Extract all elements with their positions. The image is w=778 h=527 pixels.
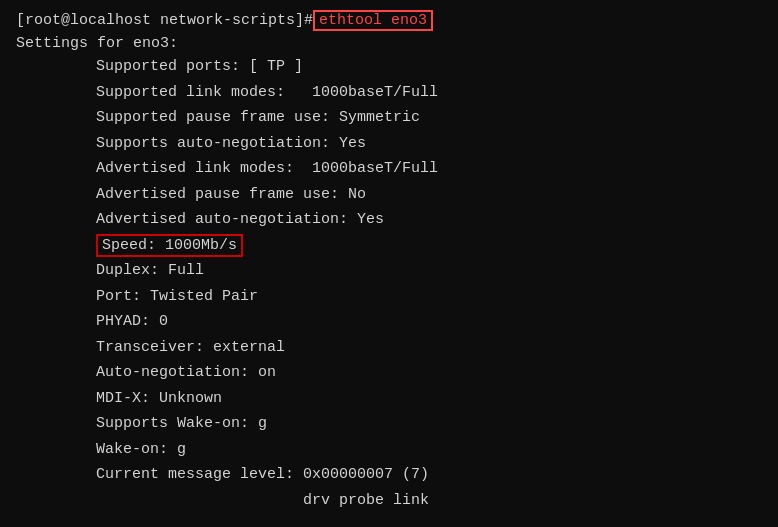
- supported-ports-line: Supported ports: [ TP ]: [16, 54, 762, 80]
- settings-header: Settings for eno3:: [16, 35, 762, 52]
- transceiver-line: Transceiver: external: [16, 335, 762, 361]
- advertised-autoneg-line: Advertised auto-negotiation: Yes: [16, 207, 762, 233]
- drv-probe-line: drv probe link: [16, 488, 762, 514]
- autoneg-line: Auto-negotiation: on: [16, 360, 762, 386]
- supported-pause-line: Supported pause frame use: Symmetric: [16, 105, 762, 131]
- duplex-line: Duplex: Full: [16, 258, 762, 284]
- empty-line: [16, 513, 762, 527]
- message-level-line: Current message level: 0x00000007 (7): [16, 462, 762, 488]
- prompt-text: [root@localhost network-scripts]#: [16, 12, 313, 29]
- command-highlight: ethtool eno3: [313, 10, 433, 31]
- speed-value: Speed: 1000Mb/s: [96, 234, 243, 257]
- speed-prefix: [16, 233, 96, 259]
- advertised-link-modes-line: Advertised link modes: 1000baseT/Full: [16, 156, 762, 182]
- terminal-window: [root@localhost network-scripts]# ethtoo…: [0, 0, 778, 527]
- supports-autoneg-line: Supports auto-negotiation: Yes: [16, 131, 762, 157]
- phyad-line: PHYAD: 0: [16, 309, 762, 335]
- wakeon-line: Wake-on: g: [16, 437, 762, 463]
- speed-line-wrapper: Speed: 1000Mb/s: [16, 233, 762, 259]
- supported-link-modes-line: Supported link modes: 1000baseT/Full: [16, 80, 762, 106]
- prompt-line: [root@localhost network-scripts]# ethtoo…: [16, 10, 762, 31]
- port-line: Port: Twisted Pair: [16, 284, 762, 310]
- advertised-pause-line: Advertised pause frame use: No: [16, 182, 762, 208]
- mdix-line: MDI-X: Unknown: [16, 386, 762, 412]
- supports-wakeon-line: Supports Wake-on: g: [16, 411, 762, 437]
